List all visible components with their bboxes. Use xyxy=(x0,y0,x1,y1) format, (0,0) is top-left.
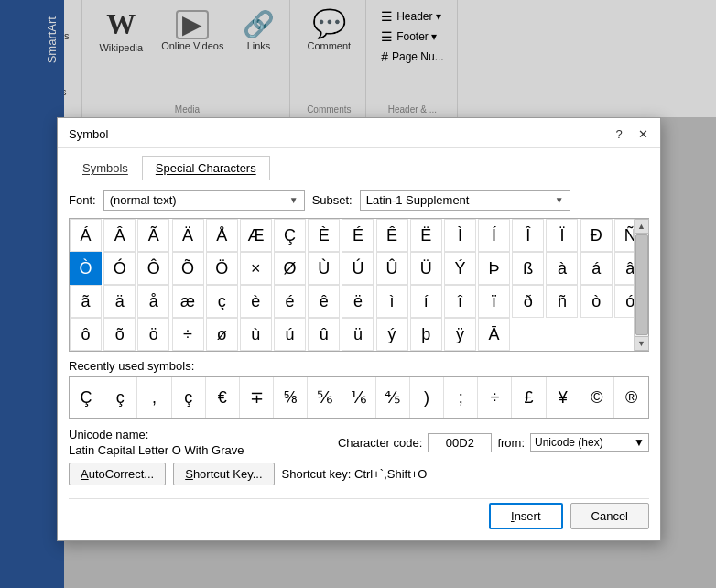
recently-used-cell[interactable]: , xyxy=(137,377,171,418)
symbol-cell[interactable]: ò xyxy=(580,285,613,318)
symbol-cell[interactable]: ñ xyxy=(546,285,578,318)
dialog-close-button[interactable]: ✕ xyxy=(633,124,653,144)
symbol-cell[interactable]: Ì xyxy=(444,219,476,252)
recently-used-cell[interactable]: € xyxy=(206,377,240,418)
symbol-cell[interactable]: î xyxy=(444,285,476,318)
symbol-cell[interactable]: É xyxy=(342,219,374,252)
scroll-up-btn[interactable]: ▲ xyxy=(635,219,649,234)
symbol-cell[interactable]: Ï xyxy=(546,219,578,252)
symbol-cell[interactable]: Ð xyxy=(580,219,613,252)
autocorrect-button[interactable]: AutoCorrect... xyxy=(69,463,166,485)
symbol-cell[interactable]: ê xyxy=(308,285,340,318)
recently-used-label: Recently used symbols: xyxy=(69,359,649,373)
subset-select[interactable]: Latin-1 Supplement ▼ xyxy=(360,190,570,211)
symbol-cell[interactable]: è xyxy=(240,285,272,318)
symbol-cell[interactable]: ø xyxy=(206,318,238,351)
recently-used-cell[interactable]: ç xyxy=(172,377,206,418)
symbol-cell[interactable]: ý xyxy=(376,318,408,351)
recently-used-cell[interactable]: ; xyxy=(444,377,478,418)
symbol-cell[interactable]: Ó xyxy=(103,252,136,285)
symbol-cell[interactable]: Á xyxy=(70,219,102,252)
dialog-help-button[interactable]: ? xyxy=(609,124,629,144)
symbol-cell[interactable]: ß xyxy=(512,252,544,285)
from-select[interactable]: Unicode (hex) ▼ xyxy=(530,433,649,452)
symbol-cell[interactable]: Ù xyxy=(308,252,340,285)
symbol-cell[interactable]: Ø xyxy=(274,252,306,285)
symbol-cell[interactable]: ÷ xyxy=(172,318,204,351)
symbol-cell[interactable]: û xyxy=(308,318,340,351)
symbol-cell[interactable]: Â xyxy=(103,219,136,252)
recently-used-cell[interactable]: ç xyxy=(103,377,137,418)
symbol-cell[interactable]: ï xyxy=(478,285,510,318)
charcode-input[interactable] xyxy=(428,433,492,452)
symbol-cell[interactable]: Þ xyxy=(478,252,510,285)
symbol-cell[interactable]: Ç xyxy=(274,219,306,252)
recently-used-cell[interactable]: ¥ xyxy=(547,377,580,418)
symbol-cell[interactable]: Î xyxy=(512,219,544,252)
tab-symbols[interactable]: Symbols xyxy=(69,156,142,180)
symbol-cell[interactable]: Ã xyxy=(137,219,169,252)
unicode-name-label: Unicode name: xyxy=(69,428,244,441)
symbol-cell[interactable]: å xyxy=(137,285,169,318)
cancel-button[interactable]: Cancel xyxy=(570,503,649,529)
symbol-cell[interactable]: Ò xyxy=(70,252,102,285)
shortcut-key-button[interactable]: Shortcut Key... xyxy=(173,463,274,485)
recently-used-cell[interactable]: ⅘ xyxy=(376,377,410,418)
tab-bar: Symbols Special Characters xyxy=(69,156,649,180)
symbol-cell[interactable]: ç xyxy=(206,285,238,318)
font-select[interactable]: (normal text) ▼ xyxy=(103,190,305,211)
symbol-cell[interactable]: Æ xyxy=(240,219,272,252)
scroll-down-btn[interactable]: ▼ xyxy=(635,336,649,351)
symbol-cell[interactable]: Å xyxy=(206,219,238,252)
symbol-cell[interactable]: é xyxy=(274,285,306,318)
symbol-cell[interactable]: Õ xyxy=(172,252,204,285)
recently-used-cell[interactable]: ÷ xyxy=(478,377,512,418)
symbol-cell[interactable]: ë xyxy=(342,285,374,318)
symbol-cell[interactable]: È xyxy=(308,219,340,252)
tab-special-characters[interactable]: Special Characters xyxy=(142,156,270,180)
recently-used-cell[interactable]: £ xyxy=(512,377,546,418)
symbol-cell[interactable]: ð xyxy=(512,285,544,318)
symbol-cell[interactable]: Ä xyxy=(172,219,204,252)
symbol-cell[interactable]: ÿ xyxy=(444,318,476,351)
symbol-scrollbar[interactable]: ▲ ▼ xyxy=(634,219,648,351)
symbol-cell[interactable]: þ xyxy=(410,318,442,351)
recently-used-cell[interactable]: ⅙ xyxy=(342,377,376,418)
symbol-cell[interactable]: á xyxy=(580,252,613,285)
symbol-cell[interactable]: ù xyxy=(240,318,272,351)
symbol-cell[interactable]: Ú xyxy=(342,252,374,285)
recently-used-cell[interactable]: ⅚ xyxy=(308,377,342,418)
recently-used-cell[interactable]: ) xyxy=(410,377,444,418)
recently-used-cell[interactable]: ⅝ xyxy=(274,377,308,418)
symbol-cell[interactable]: ü xyxy=(342,318,374,351)
symbol-cell[interactable]: Ā xyxy=(478,318,510,351)
symbol-cell[interactable]: ö xyxy=(137,318,169,351)
symbol-cell[interactable]: Ë xyxy=(410,219,442,252)
symbol-cell[interactable]: ú xyxy=(274,318,306,351)
symbol-cell[interactable]: Ê xyxy=(376,219,408,252)
symbol-cell[interactable]: Í xyxy=(478,219,510,252)
symbol-cell[interactable]: Û xyxy=(376,252,408,285)
dialog-controls: ? ✕ xyxy=(609,124,653,144)
recently-used-cell[interactable]: Ç xyxy=(70,377,103,418)
symbol-cell[interactable]: Ü xyxy=(410,252,442,285)
symbol-cell[interactable]: õ xyxy=(103,318,136,351)
symbol-cell[interactable]: ô xyxy=(70,318,102,351)
scroll-thumb[interactable] xyxy=(635,234,648,335)
cancel-label: Cancel xyxy=(591,509,628,523)
symbol-cell[interactable]: × xyxy=(240,252,272,285)
symbol-cell[interactable]: í xyxy=(410,285,442,318)
recently-used-cell[interactable]: ∓ xyxy=(240,377,274,418)
symbol-cell[interactable]: à xyxy=(546,252,578,285)
insert-button[interactable]: Insert xyxy=(489,503,563,529)
recently-used-cell[interactable]: © xyxy=(580,377,614,418)
recently-used-cell[interactable]: ® xyxy=(614,377,648,418)
subset-dropdown-arrow: ▼ xyxy=(555,195,564,205)
symbol-cell[interactable]: Ô xyxy=(137,252,169,285)
symbol-cell[interactable]: ì xyxy=(376,285,408,318)
symbol-cell[interactable]: ä xyxy=(103,285,136,318)
symbol-cell[interactable]: æ xyxy=(172,285,204,318)
symbol-cell[interactable]: ã xyxy=(70,285,102,318)
symbol-cell[interactable]: Ö xyxy=(206,252,238,285)
symbol-cell[interactable]: Ý xyxy=(444,252,476,285)
